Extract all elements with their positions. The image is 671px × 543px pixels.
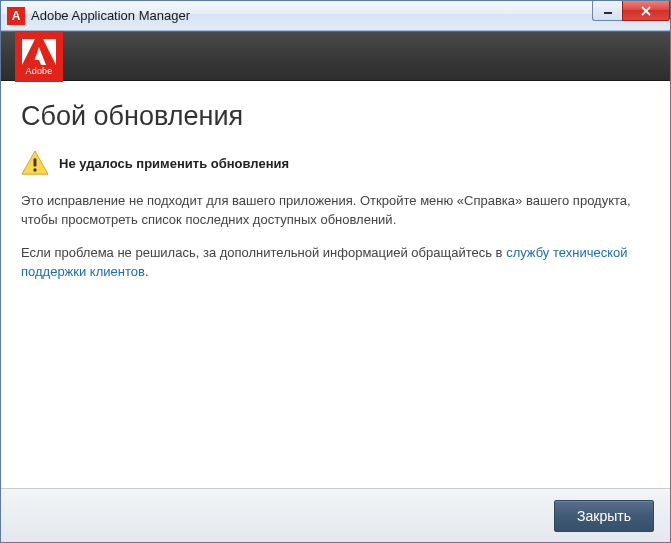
warning-title: Не удалось применить обновления xyxy=(59,156,289,171)
minimize-icon xyxy=(603,7,613,15)
window: A Adobe Application Manager Adobe xyxy=(0,0,671,543)
svg-rect-1 xyxy=(34,158,37,166)
close-button[interactable]: Закрыть xyxy=(554,500,654,532)
page-title: Сбой обновления xyxy=(21,101,650,132)
minimize-button[interactable] xyxy=(592,1,622,21)
description-paragraph-2: Если проблема не решилась, за дополнител… xyxy=(21,244,650,282)
warning-row: Не удалось применить обновления xyxy=(21,150,650,176)
header-banner: Adobe xyxy=(1,31,670,81)
window-titlebar[interactable]: A Adobe Application Manager xyxy=(1,1,670,31)
svg-rect-0 xyxy=(604,12,612,14)
adobe-logo: Adobe xyxy=(15,31,63,82)
footer: Закрыть xyxy=(1,488,670,542)
para2-suffix: . xyxy=(145,264,149,279)
app-icon-letter: A xyxy=(12,10,21,22)
para2-prefix: Если проблема не решилась, за дополнител… xyxy=(21,245,506,260)
adobe-logo-text: Adobe xyxy=(25,66,52,76)
content-area: Сбой обновления Не удалось применить обн… xyxy=(1,81,670,488)
window-controls xyxy=(592,1,670,21)
close-window-button[interactable] xyxy=(622,1,670,21)
warning-icon xyxy=(21,150,49,176)
close-icon xyxy=(640,6,652,16)
svg-point-2 xyxy=(33,168,36,171)
adobe-logo-icon xyxy=(22,39,56,65)
app-icon: A xyxy=(7,7,25,25)
window-title: Adobe Application Manager xyxy=(31,8,190,23)
description-paragraph-1: Это исправление не подходит для вашего п… xyxy=(21,192,650,230)
close-button-label: Закрыть xyxy=(577,508,631,524)
